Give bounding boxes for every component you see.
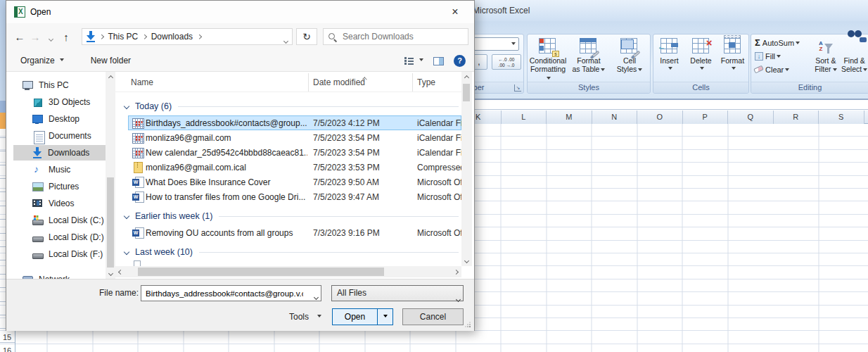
excel-column-header-R[interactable]: R	[774, 111, 819, 124]
cell-styles-button[interactable]: Cell Styles	[609, 36, 650, 73]
group-header[interactable]: Last week (10)	[115, 245, 461, 259]
file-type: Compressed	[417, 163, 461, 172]
excel-column-header-S[interactable]: S	[819, 111, 864, 124]
preview-pane-icon[interactable]	[433, 57, 444, 65]
ribbon-group-cells: ← Insert × Delete Format Cel	[653, 34, 749, 94]
sidebar-item-downloads[interactable]: Downloads	[13, 145, 106, 161]
excel-column-header-L[interactable]: L	[502, 111, 547, 124]
cancel-button[interactable]: Cancel	[402, 308, 464, 325]
close-icon[interactable]: ×	[442, 2, 468, 22]
open-button[interactable]: Open	[332, 308, 393, 325]
file-row[interactable]: monliza96@gmail.com7/5/2023 3:54 PMiCale…	[128, 130, 461, 145]
scroll-up-icon[interactable]	[106, 72, 115, 83]
sidebar-item-music[interactable]: Music	[13, 162, 106, 177]
scroll-left-icon[interactable]	[115, 266, 126, 277]
chevron-down-icon[interactable]	[314, 291, 318, 301]
group-header[interactable]: Earlier this week (1)	[115, 209, 461, 223]
fill-button[interactable]: ↓Fill	[753, 49, 811, 63]
column-divider[interactable]	[412, 73, 413, 92]
excel-column-header-N[interactable]: N	[592, 111, 638, 124]
new-folder-button[interactable]: New folder	[91, 56, 131, 65]
address-bar[interactable]: This PC Downloads	[82, 28, 293, 45]
sort-filter-button[interactable]: AZ Sort & Filter	[811, 36, 840, 73]
column-header-date-modified[interactable]: Date modified	[313, 77, 365, 87]
sidebar-item-3d-objects[interactable]: 3D Objects	[13, 94, 106, 110]
file-type-dropdown[interactable]: All Files	[331, 285, 464, 301]
breadcrumb-this-pc[interactable]: This PC	[107, 32, 140, 42]
scrollbar-thumb[interactable]	[138, 268, 384, 276]
refresh-button[interactable]: ↻	[296, 28, 317, 45]
file-row[interactable]: How to transfer files from one Google Dr…	[128, 189, 461, 204]
group-rule	[178, 106, 459, 107]
file-name-combobox[interactable]	[141, 285, 321, 301]
excel-column-header-P[interactable]: P	[683, 111, 729, 124]
file-row[interactable]: What Does Bike Insurance Cover7/5/2023 9…	[128, 175, 461, 189]
scroll-down-icon[interactable]	[461, 255, 472, 266]
back-button[interactable]: ←	[12, 31, 27, 43]
sidebar-item-local-disk-c-[interactable]: Local Disk (C:)	[13, 213, 106, 228]
tools-button[interactable]: Tools	[282, 309, 328, 325]
insert-cells-button[interactable]: ← Insert	[654, 36, 685, 70]
autosum-button[interactable]: ΣAutoSum	[753, 36, 811, 49]
column-divider[interactable]	[308, 73, 309, 92]
dropdown-arrow-icon	[547, 77, 551, 82]
sidebar-item-network[interactable]: Network	[13, 272, 106, 279]
file-name-input[interactable]	[144, 287, 305, 300]
file-row[interactable]: Birthdays_addressbook#contacts@group...7…	[128, 115, 461, 130]
sidebar-item-local-disk-d-[interactable]: Local Disk (D:)	[13, 230, 106, 245]
format-as-table-button[interactable]: Format as Table	[568, 36, 609, 73]
conditional-formatting-button[interactable]: s Conditional Formatting	[528, 36, 568, 82]
help-button[interactable]: ?	[454, 55, 466, 67]
group-header[interactable]: Today (6)	[115, 99, 461, 113]
column-header-type[interactable]: Type	[417, 77, 435, 87]
decimal-buttons[interactable]: ←.0 .00 .00 →.0	[492, 54, 521, 70]
find-select-button[interactable]: Find & Select	[840, 36, 868, 73]
scroll-right-icon[interactable]	[451, 266, 461, 277]
scroll-up-icon[interactable]	[461, 72, 472, 83]
sidebar-item-documents[interactable]: Documents	[13, 128, 106, 144]
address-dropdown-chevron[interactable]	[284, 35, 288, 45]
clear-button[interactable]: Clear	[753, 63, 811, 76]
excel-column-header-Q[interactable]: Q	[728, 111, 774, 124]
scrollbar-thumb[interactable]	[463, 84, 470, 101]
sidebar-item-pictures[interactable]: Pictures	[13, 179, 106, 194]
file-list-horizontal-scrollbar[interactable]	[115, 266, 461, 277]
excel-row-header-15[interactable]: 15	[0, 333, 14, 341]
dialog-titlebar[interactable]: Open ×	[6, 1, 474, 23]
dropdown-arrow-icon	[777, 55, 781, 60]
up-button[interactable]: ↑	[58, 31, 74, 43]
view-mode-button[interactable]	[404, 57, 423, 65]
excel-row-header-16[interactable]: 16	[0, 346, 14, 352]
sidebar-item-label: Desktop	[49, 114, 79, 124]
file-row[interactable]: Removing OU accounts from all groups7/3/…	[128, 225, 461, 240]
increase-decimal-button[interactable]: ←.0 .00	[492, 57, 521, 63]
organize-button[interactable]: Organize	[20, 56, 64, 65]
file-list-vertical-scrollbar[interactable]	[461, 72, 472, 266]
format-cells-button[interactable]: Format	[717, 36, 748, 70]
sidebar-item-desktop[interactable]: Desktop	[13, 111, 106, 127]
recent-locations-chevron[interactable]	[43, 31, 58, 43]
file-type: iCalendar File	[417, 133, 461, 143]
search-box[interactable]	[323, 28, 468, 45]
sidebar-item-videos[interactable]: Videos	[13, 196, 106, 211]
excel-column-header-M[interactable]: M	[547, 111, 592, 124]
delete-cells-button[interactable]: × Delete	[686, 36, 717, 70]
column-header-name[interactable]: Name	[131, 77, 153, 87]
cube-icon	[32, 96, 44, 108]
sidebar-item-local-disk-f-[interactable]: Local Disk (F:)	[13, 246, 106, 262]
scrollbar-thumb[interactable]	[107, 177, 114, 268]
dropdown-arrow-icon	[60, 58, 64, 63]
breadcrumb-downloads[interactable]: Downloads	[150, 32, 194, 42]
file-row[interactable]: New calendar_25d9542c4bbbd88caeac81...7/…	[128, 145, 461, 160]
sidebar-item-this-pc[interactable]: This PC	[13, 77, 106, 93]
dialog-launcher-icon[interactable]: ↘	[514, 84, 521, 92]
excel-app-icon	[14, 6, 25, 18]
scroll-down-icon[interactable]	[106, 268, 115, 279]
sidebar-scrollbar[interactable]	[106, 72, 115, 279]
excel-column-header-O[interactable]: O	[637, 111, 683, 124]
resize-grip[interactable]	[465, 322, 471, 327]
open-split-dropdown[interactable]	[377, 309, 392, 325]
decrease-decimal-button[interactable]: .00 →.0	[492, 63, 521, 68]
file-row[interactable]: monliza96@gmail.com.ical7/5/2023 3:53 PM…	[128, 160, 461, 175]
search-input[interactable]	[341, 31, 464, 42]
